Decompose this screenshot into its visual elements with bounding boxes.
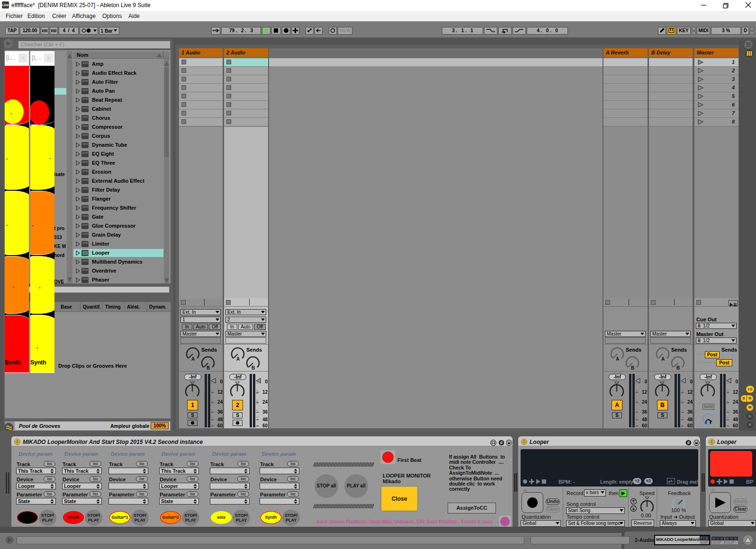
- svg-text:A: A: [191, 356, 195, 362]
- svg-text:A: A: [236, 356, 240, 362]
- svg-text:A: A: [661, 356, 665, 362]
- svg-text:A: A: [616, 356, 619, 362]
- svg-text:B: B: [252, 365, 255, 371]
- svg-text:B: B: [676, 365, 680, 371]
- svg-text:B: B: [207, 365, 210, 371]
- svg-text:B: B: [631, 365, 634, 371]
